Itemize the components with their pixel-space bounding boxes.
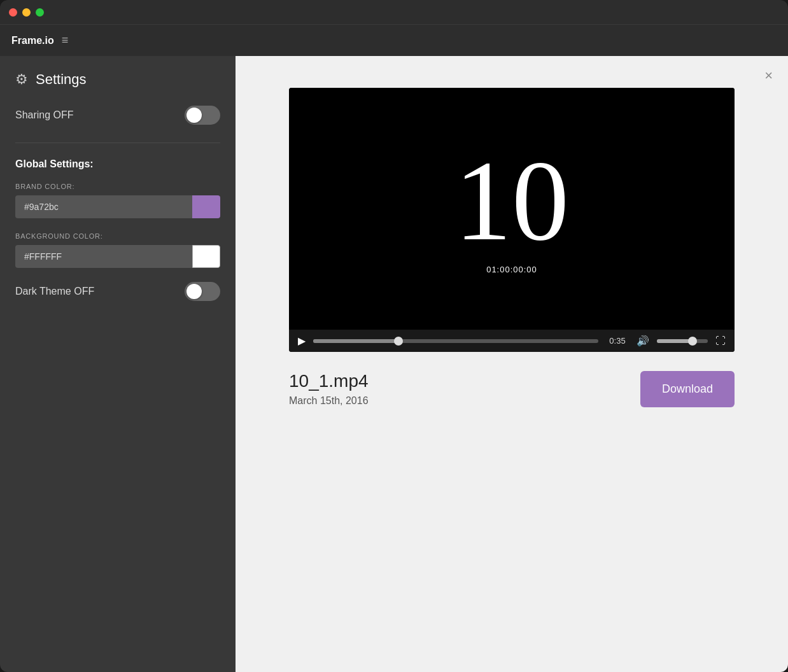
download-button[interactable]: Download (640, 371, 735, 407)
settings-title: Settings (36, 71, 87, 88)
brand-color-swatch[interactable] (192, 195, 220, 218)
menu-icon[interactable]: ≡ (62, 34, 69, 47)
progress-bar[interactable] (313, 339, 598, 343)
divider (15, 143, 220, 143)
file-name: 10_1.mp4 (289, 371, 369, 391)
video-display: 10 01:00:00:00 (289, 88, 735, 330)
dark-theme-toggle-row: Dark Theme OFF (15, 282, 220, 301)
dark-theme-toggle-thumb (186, 284, 202, 299)
global-settings-label: Global Settings: (15, 158, 220, 170)
close-button[interactable]: × (764, 69, 773, 83)
volume-bar-fill (657, 339, 693, 343)
gear-icon: ⚙ (15, 71, 28, 88)
video-player: 10 01:00:00:00 ▶ 0:35 🔊 ⛶ (289, 88, 735, 352)
content-area: × 10 01:00:00:00 ▶ 0:35 🔊 (236, 56, 788, 672)
settings-header: ⚙ Settings (15, 71, 220, 88)
dark-theme-toggle[interactable] (185, 282, 220, 301)
maximize-window-button[interactable] (36, 8, 44, 17)
brand-color-label: BRAND COLOR: (15, 183, 220, 190)
video-controls: ▶ 0:35 🔊 ⛶ (289, 330, 735, 352)
volume-icon[interactable]: 🔊 (637, 335, 649, 347)
file-info-row: 10_1.mp4 March 15th, 2016 Download (289, 371, 735, 407)
video-timecode: 01:00:00:00 (486, 265, 537, 274)
progress-thumb (394, 337, 403, 346)
background-color-input[interactable] (15, 245, 192, 268)
volume-thumb (688, 337, 697, 346)
app-bar: Frame.io ≡ (0, 24, 788, 56)
background-color-swatch[interactable] (192, 245, 220, 268)
video-number-display: 10 (454, 144, 569, 258)
main-layout: ⚙ Settings Sharing OFF Global Settings: … (0, 56, 788, 672)
sharing-toggle-row: Sharing OFF (15, 106, 220, 125)
file-date: March 15th, 2016 (289, 395, 369, 407)
progress-bar-fill (313, 339, 398, 343)
brand-color-row (15, 195, 220, 218)
sharing-label: Sharing OFF (15, 109, 74, 121)
sharing-toggle-thumb (186, 108, 202, 123)
sidebar: ⚙ Settings Sharing OFF Global Settings: … (0, 56, 236, 672)
close-window-button[interactable] (9, 8, 17, 17)
minimize-window-button[interactable] (22, 8, 31, 17)
brand-color-input[interactable] (15, 195, 192, 218)
dark-theme-label: Dark Theme OFF (15, 286, 94, 297)
background-color-label: BACKGROUND COLOR: (15, 232, 220, 240)
play-button[interactable]: ▶ (298, 335, 306, 347)
app-title: Frame.io (11, 35, 54, 46)
time-display: 0:35 (606, 336, 629, 346)
sharing-toggle[interactable] (185, 106, 220, 125)
fullscreen-button[interactable]: ⛶ (715, 335, 726, 347)
background-color-row (15, 245, 220, 268)
title-bar (0, 0, 788, 24)
file-info: 10_1.mp4 March 15th, 2016 (289, 371, 369, 407)
volume-bar[interactable] (657, 339, 708, 343)
